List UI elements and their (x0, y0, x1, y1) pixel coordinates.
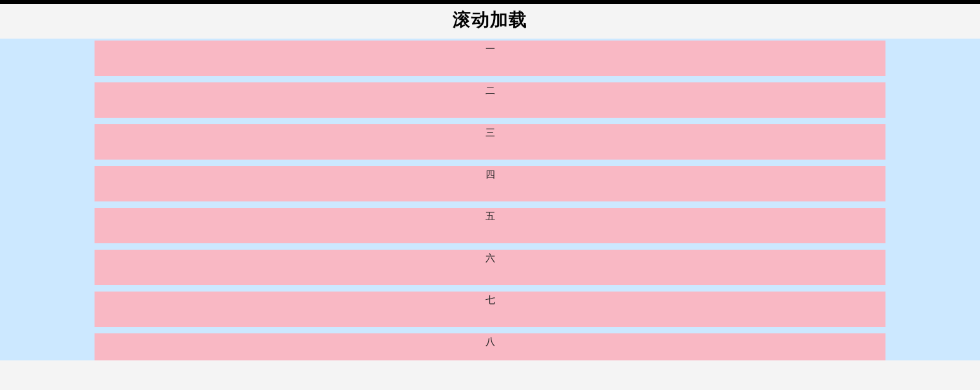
list-item[interactable]: 八 (95, 333, 885, 360)
list-item-label: 七 (485, 294, 495, 305)
footer-pad (0, 360, 980, 390)
list-item-label: 八 (485, 336, 495, 347)
list-item-label: 四 (485, 169, 495, 180)
list-item-label: 二 (485, 85, 495, 96)
list-item-label: 六 (485, 252, 495, 263)
page-header: 滚动加载 (0, 4, 980, 39)
scroll-viewport[interactable]: 一 二 三 四 五 六 七 八 (0, 39, 980, 360)
list-item-label: 一 (485, 43, 495, 54)
list-item-label: 三 (485, 127, 495, 138)
list-item[interactable]: 三 (95, 124, 885, 160)
list-item-label: 五 (485, 210, 495, 221)
list-item[interactable]: 二 (95, 82, 885, 118)
list-item[interactable]: 五 (95, 208, 885, 243)
list-item[interactable]: 四 (95, 166, 885, 201)
list-item[interactable]: 六 (95, 250, 885, 285)
page-title: 滚动加载 (0, 8, 980, 32)
list-wrapper: 一 二 三 四 五 六 七 八 (95, 41, 885, 360)
list-item[interactable]: 一 (95, 41, 885, 76)
list-item[interactable]: 七 (95, 292, 885, 327)
